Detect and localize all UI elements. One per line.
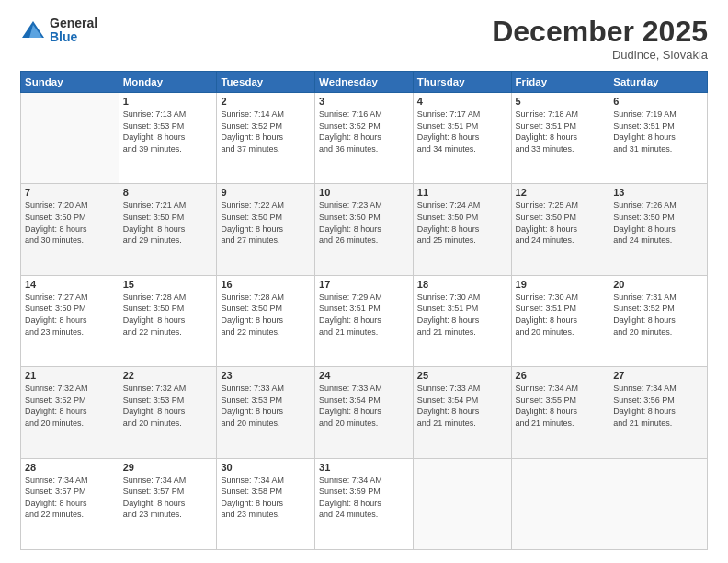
calendar-day-25: 25Sunrise: 7:33 AM Sunset: 3:54 PM Dayli… [413,367,511,458]
calendar-day-18: 18Sunrise: 7:30 AM Sunset: 3:51 PM Dayli… [413,275,511,366]
day-info: Sunrise: 7:34 AM Sunset: 3:59 PM Dayligh… [319,475,409,521]
calendar-day-empty [511,458,609,549]
day-info: Sunrise: 7:24 AM Sunset: 3:50 PM Dayligh… [417,200,507,246]
day-number: 16 [221,279,311,290]
calendar-header-row: SundayMondayTuesdayWednesdayThursdayFrid… [21,72,708,93]
day-info: Sunrise: 7:25 AM Sunset: 3:50 PM Dayligh… [516,200,606,246]
day-info: Sunrise: 7:28 AM Sunset: 3:50 PM Dayligh… [221,292,311,338]
day-number: 7 [25,187,115,198]
day-info: Sunrise: 7:23 AM Sunset: 3:50 PM Dayligh… [319,200,409,246]
day-number: 4 [417,96,507,107]
calendar-week-row: 1Sunrise: 7:13 AM Sunset: 3:53 PM Daylig… [21,93,708,184]
day-number: 29 [123,462,213,473]
calendar-day-empty [413,458,511,549]
day-info: Sunrise: 7:34 AM Sunset: 3:58 PM Dayligh… [221,475,311,521]
day-info: Sunrise: 7:20 AM Sunset: 3:50 PM Dayligh… [25,200,115,246]
day-header-thursday: Thursday [413,72,511,93]
day-info: Sunrise: 7:29 AM Sunset: 3:51 PM Dayligh… [319,292,409,338]
calendar-day-14: 14Sunrise: 7:27 AM Sunset: 3:50 PM Dayli… [21,275,119,366]
day-info: Sunrise: 7:30 AM Sunset: 3:51 PM Dayligh… [516,292,606,338]
day-info: Sunrise: 7:32 AM Sunset: 3:52 PM Dayligh… [25,383,115,429]
day-info: Sunrise: 7:34 AM Sunset: 3:57 PM Dayligh… [25,475,115,521]
day-number: 12 [516,187,606,198]
calendar-day-empty [609,458,708,549]
day-header-tuesday: Tuesday [217,72,315,93]
header: General Blue December 2025 Dudince, Slov… [20,17,708,62]
calendar-week-row: 28Sunrise: 7:34 AM Sunset: 3:57 PM Dayli… [21,458,708,549]
calendar-day-2: 2Sunrise: 7:14 AM Sunset: 3:52 PM Daylig… [217,93,315,184]
calendar-day-11: 11Sunrise: 7:24 AM Sunset: 3:50 PM Dayli… [413,184,511,275]
calendar-day-10: 10Sunrise: 7:23 AM Sunset: 3:50 PM Dayli… [315,184,414,275]
day-info: Sunrise: 7:27 AM Sunset: 3:50 PM Dayligh… [25,292,115,338]
calendar-day-4: 4Sunrise: 7:17 AM Sunset: 3:51 PM Daylig… [413,93,511,184]
day-number: 9 [221,187,311,198]
day-number: 19 [516,279,606,290]
day-header-wednesday: Wednesday [315,72,414,93]
logo-icon [20,17,46,43]
day-info: Sunrise: 7:28 AM Sunset: 3:50 PM Dayligh… [123,292,213,338]
day-number: 23 [221,370,311,381]
logo-general: General [50,17,97,30]
day-info: Sunrise: 7:31 AM Sunset: 3:52 PM Dayligh… [613,292,703,338]
day-info: Sunrise: 7:32 AM Sunset: 3:53 PM Dayligh… [123,383,213,429]
calendar-day-12: 12Sunrise: 7:25 AM Sunset: 3:50 PM Dayli… [511,184,609,275]
day-number: 8 [123,187,213,198]
location: Dudince, Slovakia [492,48,708,62]
calendar-day-15: 15Sunrise: 7:28 AM Sunset: 3:50 PM Dayli… [119,275,217,366]
day-info: Sunrise: 7:33 AM Sunset: 3:53 PM Dayligh… [221,383,311,429]
calendar-day-8: 8Sunrise: 7:21 AM Sunset: 3:50 PM Daylig… [119,184,217,275]
calendar-day-26: 26Sunrise: 7:34 AM Sunset: 3:55 PM Dayli… [511,367,609,458]
day-header-saturday: Saturday [609,72,708,93]
day-number: 13 [613,187,703,198]
calendar-day-13: 13Sunrise: 7:26 AM Sunset: 3:50 PM Dayli… [609,184,708,275]
day-info: Sunrise: 7:18 AM Sunset: 3:51 PM Dayligh… [516,109,606,155]
day-info: Sunrise: 7:33 AM Sunset: 3:54 PM Dayligh… [417,383,507,429]
day-number: 28 [25,462,115,473]
calendar-day-23: 23Sunrise: 7:33 AM Sunset: 3:53 PM Dayli… [217,367,315,458]
day-number: 20 [613,279,703,290]
day-info: Sunrise: 7:13 AM Sunset: 3:53 PM Dayligh… [123,109,213,155]
day-number: 11 [417,187,507,198]
calendar-day-27: 27Sunrise: 7:34 AM Sunset: 3:56 PM Dayli… [609,367,708,458]
calendar-day-7: 7Sunrise: 7:20 AM Sunset: 3:50 PM Daylig… [21,184,119,275]
day-number: 18 [417,279,507,290]
day-info: Sunrise: 7:16 AM Sunset: 3:52 PM Dayligh… [319,109,409,155]
day-info: Sunrise: 7:33 AM Sunset: 3:54 PM Dayligh… [319,383,409,429]
calendar-day-1: 1Sunrise: 7:13 AM Sunset: 3:53 PM Daylig… [119,93,217,184]
day-number: 22 [123,370,213,381]
month-title: December 2025 [492,17,708,46]
logo: General Blue [20,17,97,45]
calendar-day-24: 24Sunrise: 7:33 AM Sunset: 3:54 PM Dayli… [315,367,414,458]
calendar-day-30: 30Sunrise: 7:34 AM Sunset: 3:58 PM Dayli… [217,458,315,549]
day-number: 6 [613,96,703,107]
calendar-table: SundayMondayTuesdayWednesdayThursdayFrid… [20,71,708,550]
title-section: December 2025 Dudince, Slovakia [492,17,708,62]
day-info: Sunrise: 7:19 AM Sunset: 3:51 PM Dayligh… [613,109,703,155]
day-info: Sunrise: 7:17 AM Sunset: 3:51 PM Dayligh… [417,109,507,155]
day-number: 5 [516,96,606,107]
day-number: 27 [613,370,703,381]
day-info: Sunrise: 7:34 AM Sunset: 3:56 PM Dayligh… [613,383,703,429]
day-info: Sunrise: 7:21 AM Sunset: 3:50 PM Dayligh… [123,200,213,246]
calendar-day-6: 6Sunrise: 7:19 AM Sunset: 3:51 PM Daylig… [609,93,708,184]
day-header-sunday: Sunday [21,72,119,93]
calendar-day-28: 28Sunrise: 7:34 AM Sunset: 3:57 PM Dayli… [21,458,119,549]
day-info: Sunrise: 7:30 AM Sunset: 3:51 PM Dayligh… [417,292,507,338]
day-info: Sunrise: 7:22 AM Sunset: 3:50 PM Dayligh… [221,200,311,246]
calendar-day-31: 31Sunrise: 7:34 AM Sunset: 3:59 PM Dayli… [315,458,414,549]
page: General Blue December 2025 Dudince, Slov… [0,0,728,563]
calendar-day-21: 21Sunrise: 7:32 AM Sunset: 3:52 PM Dayli… [21,367,119,458]
calendar-day-29: 29Sunrise: 7:34 AM Sunset: 3:57 PM Dayli… [119,458,217,549]
calendar-day-19: 19Sunrise: 7:30 AM Sunset: 3:51 PM Dayli… [511,275,609,366]
day-info: Sunrise: 7:26 AM Sunset: 3:50 PM Dayligh… [613,200,703,246]
calendar-week-row: 14Sunrise: 7:27 AM Sunset: 3:50 PM Dayli… [21,275,708,366]
day-number: 25 [417,370,507,381]
calendar-day-16: 16Sunrise: 7:28 AM Sunset: 3:50 PM Dayli… [217,275,315,366]
day-number: 31 [319,462,409,473]
day-info: Sunrise: 7:34 AM Sunset: 3:57 PM Dayligh… [123,475,213,521]
day-number: 3 [319,96,409,107]
day-number: 17 [319,279,409,290]
day-number: 14 [25,279,115,290]
day-number: 2 [221,96,311,107]
logo-text: General Blue [50,17,97,45]
